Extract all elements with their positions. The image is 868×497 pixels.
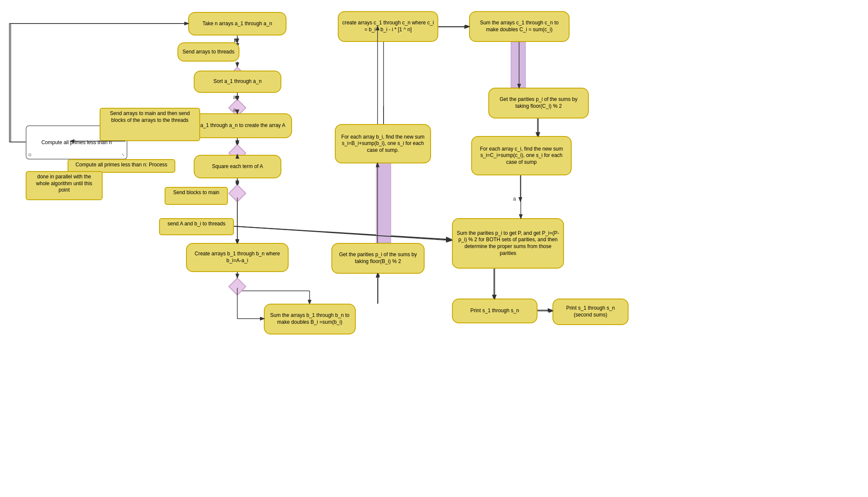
node-print-s2: Print s_1 through s_n (second sums): [552, 299, 629, 325]
node-sort: Sort a_1 through a_n: [194, 71, 281, 93]
diagram-canvas: Take n arrays a_1 through a_n M Send arr…: [0, 0, 868, 497]
node-parities-bi: Get the parities p_i of the sums by taki…: [331, 243, 425, 274]
label-a2: a: [233, 107, 236, 113]
node-sum-parities: Sum the parities p_i to get P, and get P…: [452, 218, 564, 269]
label-send-blocks-main: Send blocks to main: [165, 187, 228, 205]
node-square: Square each term of A: [194, 155, 281, 178]
svg-line-44: [234, 226, 451, 240]
resize-handle-bl[interactable]: ⊟: [28, 153, 32, 157]
diamond-5: [228, 277, 247, 296]
label-send-a-bi: send A and b_i to threads: [159, 218, 234, 235]
resize-handle-br[interactable]: ⤡: [121, 153, 125, 157]
svg-rect-27: [511, 42, 526, 88]
svg-rect-26: [376, 163, 391, 243]
node-print-s1: Print s_1 through s_n: [452, 299, 537, 323]
node-create-ci: create arrays c_1 through c_n where c_i …: [338, 11, 438, 42]
svg-line-18: [234, 226, 451, 240]
node-sum-each-bi: For each array b_i, find the new sum s_i…: [335, 124, 431, 163]
node-send-arrays-threads: Send arrays to threads: [177, 42, 239, 62]
diamond-4: [228, 184, 247, 203]
node-sum-each-ci: For each array c_i, find the new sum s_i…: [471, 136, 572, 175]
node-parities-ci: Get the parities p_i of the sums by taki…: [488, 88, 589, 118]
arrows-overlay: [0, 0, 868, 497]
label-send-arrays-main: Send arrays to main and then send blocks…: [100, 108, 200, 141]
node-create-bi: Create arrays b_1 through b_n where b_i=…: [186, 243, 289, 272]
node-take-n-arrays: Take n arrays a_1 through a_n: [188, 12, 286, 36]
node-sum-ci-doubles: Sum the arrays c_1 through c_n to make d…: [469, 11, 570, 42]
arrows-layer: [0, 0, 868, 497]
label-done-parallel: done in parallel with the whole algorith…: [26, 171, 103, 200]
label-a-ci: a: [513, 196, 516, 202]
node-sum-bi: Sum the arrays b_1 through b_n to make d…: [264, 304, 356, 334]
